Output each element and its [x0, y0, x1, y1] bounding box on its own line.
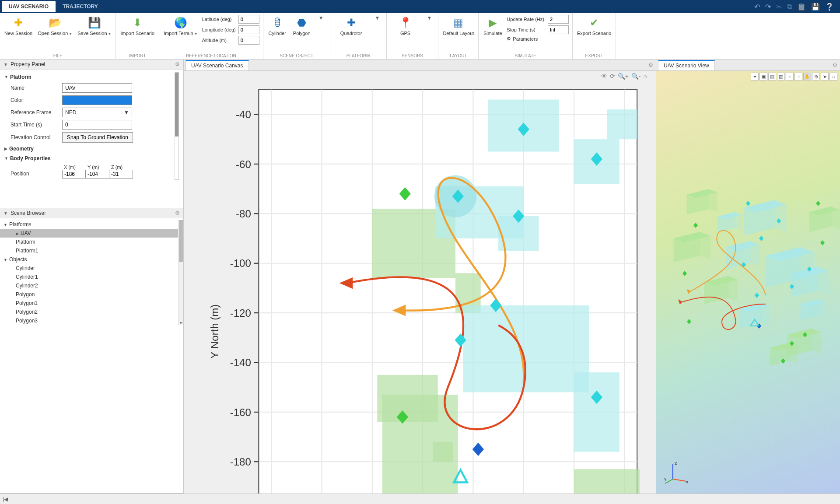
redo-icon[interactable]: ↷ — [765, 3, 771, 11]
tree-cylinder[interactable]: Cylinder — [0, 264, 178, 273]
scenario-canvas[interactable]: 👁 ⟳ 🔍+ 🔍- ⌂ -180-160-140-120-100-80-60-4… — [184, 71, 656, 494]
cut-icon[interactable]: ✂ — [776, 3, 782, 11]
view-orbit-icon[interactable]: ⊕ — [812, 73, 820, 80]
scene-browser-title: Scene Browser — [10, 210, 172, 216]
longitude-label: Longitude (deg) — [202, 27, 236, 32]
section-body[interactable]: ▼Body Properties — [4, 154, 172, 163]
update-rate-input[interactable] — [548, 15, 569, 24]
tree-polygon1[interactable]: Polygon1 — [0, 299, 178, 308]
tree-polygon3[interactable]: Polygon3 — [0, 316, 178, 325]
svg-text:-120: -120 — [230, 307, 251, 319]
parameters-button[interactable]: ⚙Parameters — [507, 36, 569, 42]
starttime-input[interactable] — [62, 120, 132, 130]
position-label: Position — [10, 164, 59, 177]
stop-time-input[interactable] — [548, 25, 569, 34]
view-front-icon[interactable]: ▤ — [768, 73, 776, 80]
copy-icon[interactable]: ⧉ — [787, 3, 792, 10]
undo-icon[interactable]: ↶ — [754, 3, 760, 11]
gps-button[interactable]: 📍GPS — [390, 15, 421, 38]
longitude-input[interactable] — [238, 25, 259, 34]
tree-uav[interactable]: ▶UAV — [0, 229, 178, 238]
panel-options-icon[interactable]: ⚙ — [175, 210, 180, 216]
zoom-in-icon[interactable]: 🔍+ — [618, 73, 629, 80]
y-header: Y (m) — [86, 164, 109, 170]
open-session-button[interactable]: 📂Open Session▼ — [37, 15, 73, 38]
snap-elevation-button[interactable]: Snap To Ground Elevation — [62, 132, 133, 143]
tree-polygon2[interactable]: Polygon2 — [0, 308, 178, 316]
save-icon[interactable]: 💾 — [811, 3, 820, 11]
svg-text:-140: -140 — [230, 357, 251, 368]
latitude-input[interactable] — [238, 15, 259, 24]
svg-line-74 — [673, 479, 686, 481]
view-fly-icon[interactable]: ➤ — [821, 73, 829, 80]
tree-cylinder1[interactable]: Cylinder1 — [0, 273, 178, 281]
view-zoomin-icon[interactable]: ＋ — [786, 73, 794, 80]
section-platform[interactable]: ▼Platform — [4, 72, 172, 82]
help-icon[interactable]: ❔ — [825, 3, 834, 11]
quadrotor-button[interactable]: ✚Quadrotor — [334, 15, 369, 38]
view-home-icon[interactable]: ⌂ — [830, 73, 837, 80]
layout-icon: ▦ — [452, 17, 465, 29]
refframe-select[interactable]: NED▼ — [62, 108, 132, 117]
save-session-button[interactable]: 💾Save Session▼ — [77, 15, 112, 38]
tree-objects[interactable]: ▼Objects — [0, 255, 178, 264]
scene-object-dropdown[interactable]: ▼ — [316, 15, 326, 21]
default-layout-button[interactable]: ▦Default Layout — [442, 15, 475, 38]
zoom-out-icon[interactable]: 🔍- — [631, 73, 641, 80]
svg-rect-61 — [574, 469, 640, 494]
home-icon[interactable]: ⌂ — [644, 73, 647, 80]
starttime-label: Start Time (s) — [10, 122, 59, 128]
cylinder-button[interactable]: 🛢Cylinder — [267, 15, 288, 38]
position-x-input[interactable] — [62, 170, 86, 178]
section-geometry[interactable]: ▶Geometry — [4, 144, 172, 154]
tree-polygon[interactable]: Polygon — [0, 290, 178, 299]
view-tab[interactable]: UAV Scenario View — [658, 60, 715, 70]
axes-indicator: z x y — [664, 459, 690, 486]
svg-text:Y North (m): Y North (m) — [209, 304, 220, 359]
rotate-icon[interactable]: ⟳ — [610, 73, 615, 80]
refframe-label: Reference Frame — [10, 109, 59, 116]
tree-platform1[interactable]: Platform1 — [0, 246, 178, 255]
scenario-3d-view[interactable]: ✦ ▣ ▤ ▥ ＋ － ✋ ⊕ ➤ ⌂ z x y — [656, 71, 840, 494]
name-input[interactable] — [62, 83, 132, 93]
tab-uav-scenario[interactable]: UAV SCENARIO — [2, 1, 56, 12]
panel-options-icon[interactable]: ⚙ — [175, 61, 180, 67]
import-scenario-button[interactable]: ⬇Import Scenario — [119, 15, 155, 38]
sensors-dropdown[interactable]: ▼ — [424, 15, 435, 21]
view-options-icon[interactable]: ⚙ — [830, 62, 840, 68]
simulate-button[interactable]: ▶Simulate — [482, 15, 503, 38]
svg-text:-100: -100 — [230, 257, 251, 269]
property-scrollbar[interactable] — [175, 72, 179, 180]
group-platform-label: PLATFORM — [346, 52, 370, 58]
plot-3d — [656, 71, 840, 494]
new-session-button[interactable]: ✚New Session — [4, 15, 33, 38]
view-top-icon[interactable]: ▣ — [760, 73, 767, 80]
view-side-icon[interactable]: ▥ — [777, 73, 785, 80]
view-axes-icon[interactable]: ✦ — [751, 73, 759, 80]
canvas-options-icon[interactable]: ⚙ — [646, 62, 656, 68]
platform-dropdown[interactable]: ▼ — [372, 15, 383, 21]
position-z-input[interactable] — [109, 170, 133, 178]
collapse-icon[interactable]: ▼ — [4, 62, 8, 67]
position-y-input[interactable] — [86, 170, 109, 178]
tree-cylinder2[interactable]: Cylinder2 — [0, 281, 178, 290]
tree-platform[interactable]: Platform — [0, 238, 178, 246]
tree-scrollbar[interactable]: ▲▼ — [178, 220, 183, 325]
altitude-input[interactable] — [238, 36, 259, 45]
tree-platforms[interactable]: ▼Platforms — [0, 220, 178, 229]
view-pan-icon[interactable]: ✋ — [803, 73, 811, 80]
paste-icon[interactable]: 📋 — [797, 3, 806, 11]
visibility-icon[interactable]: 👁 — [601, 73, 607, 80]
tab-trajectory[interactable]: TRAJECTORY — [56, 1, 105, 12]
polygon-button[interactable]: ⬣Polygon — [291, 15, 312, 38]
import-terrain-button[interactable]: 🌎Import Terrain▼ — [163, 15, 199, 38]
color-picker[interactable] — [62, 95, 132, 105]
rewind-icon[interactable]: |◀ — [3, 496, 8, 502]
view-zoomout-icon[interactable]: － — [794, 73, 802, 80]
canvas-tab[interactable]: UAV Scenario Canvas — [186, 60, 249, 70]
export-scenario-button[interactable]: ✔Export Scenario — [576, 15, 612, 38]
cylinder-icon: 🛢 — [271, 17, 284, 29]
chevron-down-icon: ▼ — [124, 109, 129, 116]
collapse-icon[interactable]: ▼ — [4, 211, 8, 216]
plot-2d: -180-160-140-120-100-80-60-40-220-200-18… — [201, 75, 651, 494]
